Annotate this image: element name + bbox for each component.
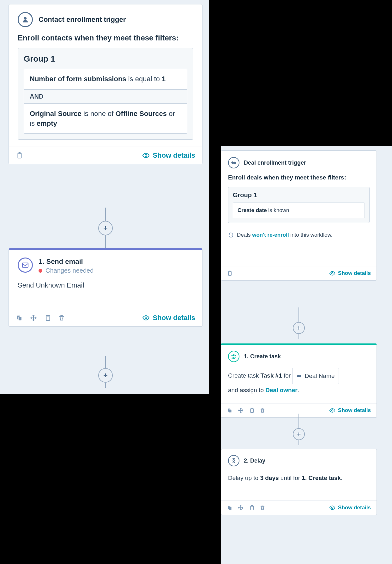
email-step-title: 1. Send email	[39, 258, 93, 266]
filter-row-2[interactable]: Original Source is none of Offline Sourc…	[24, 104, 187, 134]
copy-icon[interactable]	[227, 408, 232, 413]
show-details-button[interactable]: Show details	[142, 151, 195, 160]
status-dot-icon	[39, 269, 42, 273]
svg-point-3	[145, 155, 147, 156]
clipboard-icon[interactable]	[227, 270, 232, 276]
trigger-title: Deal enrollment trigger	[244, 160, 306, 166]
group-title: Group 1	[24, 54, 187, 64]
add-step-button[interactable]	[98, 368, 113, 383]
move-icon[interactable]	[238, 407, 244, 414]
filter-row-1[interactable]: Create date is known	[233, 203, 365, 218]
people-icon	[228, 351, 239, 362]
svg-point-20	[332, 410, 333, 411]
changes-needed-badge: Changes needed	[39, 267, 93, 274]
svg-rect-4	[22, 263, 28, 267]
refresh-icon	[228, 232, 234, 238]
clipboard-icon[interactable]	[16, 152, 23, 159]
svg-point-12	[332, 272, 333, 274]
svg-point-0	[24, 17, 27, 20]
add-step-button[interactable]	[98, 221, 113, 235]
contact-enrollment-trigger-card[interactable]: Contact enrollment trigger Enroll contac…	[9, 4, 202, 164]
reenroll-info: Deals won't re-enroll into this workflow…	[228, 232, 370, 238]
copy-icon[interactable]	[16, 314, 23, 321]
filter-group-1[interactable]: Group 1 Create date is known	[228, 187, 370, 223]
deal-enrollment-trigger-card[interactable]: Deal enrollment trigger Enroll deals whe…	[221, 150, 377, 281]
delay-card[interactable]: 2. Delay Delay up to 3 days until for 1.…	[221, 449, 377, 515]
reenroll-link[interactable]: won't re-enroll	[252, 232, 289, 238]
add-step-button[interactable]	[293, 428, 305, 440]
svg-point-13	[233, 354, 234, 356]
svg-point-25	[332, 507, 333, 509]
svg-point-14	[232, 355, 233, 356]
hourglass-icon	[228, 455, 239, 466]
delay-description: Delay up to 3 days until for 1. Create t…	[228, 472, 370, 484]
create-task-card[interactable]: 1. Create task Create task Task #1 for D…	[221, 343, 377, 418]
svg-point-9	[145, 317, 147, 319]
svg-rect-17	[229, 409, 232, 413]
move-icon[interactable]	[238, 505, 244, 511]
filter-and: AND	[24, 89, 187, 104]
show-details-button[interactable]: Show details	[142, 314, 195, 322]
trash-icon[interactable]	[260, 505, 265, 511]
trigger-title: Contact enrollment trigger	[39, 15, 126, 24]
deal-name-chip[interactable]: Deal Name	[292, 368, 339, 384]
task-step-title: 1. Create task	[244, 353, 281, 360]
move-icon[interactable]	[30, 314, 37, 322]
filter-group-1[interactable]: Group 1 Number of form submissions is eq…	[18, 48, 193, 140]
svg-rect-22	[229, 507, 232, 510]
clipboard-icon[interactable]	[44, 314, 51, 322]
trigger-subtitle: Enroll deals when they meet these filter…	[228, 174, 370, 181]
filter-row-1[interactable]: Number of form submissions is equal to 1	[24, 69, 187, 89]
task-description: Create task Task #1 for Deal Name and as…	[228, 368, 370, 396]
clipboard-icon[interactable]	[249, 407, 255, 414]
clipboard-icon[interactable]	[249, 505, 255, 511]
trash-icon[interactable]	[260, 407, 265, 414]
copy-icon[interactable]	[227, 505, 232, 511]
show-details-button[interactable]: Show details	[329, 505, 371, 511]
svg-point-15	[235, 355, 236, 356]
handshake-icon	[228, 157, 239, 168]
delay-step-title: 2. Delay	[244, 458, 265, 464]
email-description: Send Unknown Email	[18, 281, 193, 289]
email-icon	[18, 258, 33, 273]
trigger-subtitle: Enroll contacts when they meet these fil…	[18, 33, 193, 42]
handshake-icon	[296, 373, 302, 379]
contact-icon	[18, 12, 33, 27]
add-step-button[interactable]	[293, 322, 305, 334]
group-title: Group 1	[233, 191, 365, 199]
deal-owner-link[interactable]: Deal owner	[265, 387, 297, 393]
show-details-button[interactable]: Show details	[329, 407, 371, 414]
show-details-button[interactable]: Show details	[329, 270, 371, 276]
trash-icon[interactable]	[58, 314, 65, 322]
svg-rect-6	[18, 317, 21, 320]
send-email-card[interactable]: 1. Send email Changes needed Send Unknow…	[9, 248, 202, 327]
